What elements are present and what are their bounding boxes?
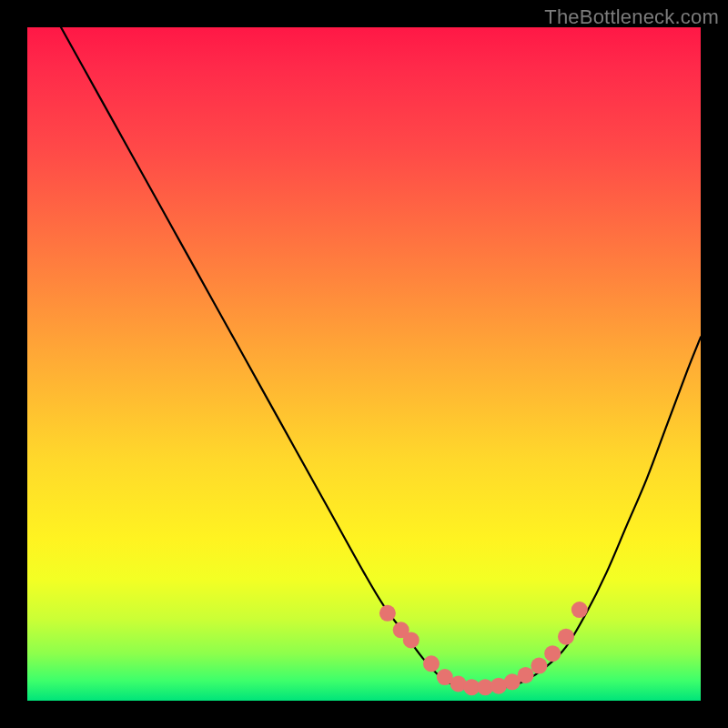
curve-layer — [27, 27, 701, 701]
chart-stage: TheBottleneck.com — [0, 0, 728, 728]
plot-area — [27, 27, 701, 701]
bottleneck-curve — [61, 27, 701, 688]
curve-marker — [558, 629, 574, 645]
curve-marker — [571, 602, 588, 618]
curve-marker — [379, 605, 396, 622]
curve-marker — [531, 658, 547, 674]
marker-group — [379, 602, 588, 695]
curve-marker — [403, 632, 420, 648]
curve-marker — [423, 655, 440, 672]
curve-marker — [518, 667, 534, 683]
watermark-text: TheBottleneck.com — [544, 5, 719, 29]
curve-marker — [544, 645, 561, 662]
